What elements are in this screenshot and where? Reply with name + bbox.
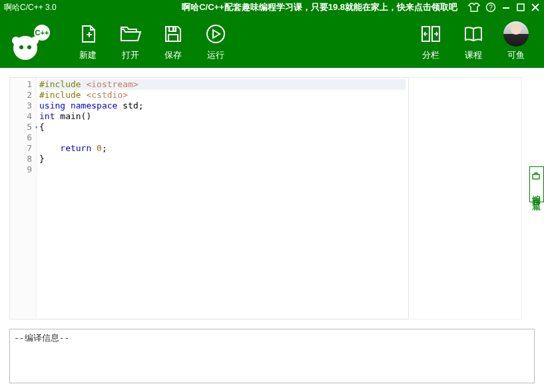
line-number: 5▾ bbox=[11, 122, 32, 132]
toolbox-tab[interactable]: 编程百宝箱 bbox=[529, 166, 544, 202]
line-number: 8 bbox=[11, 154, 32, 164]
user-button[interactable]: 可鱼 bbox=[495, 21, 537, 61]
svg-text:?: ? bbox=[489, 4, 493, 11]
open-folder-icon bbox=[119, 21, 142, 47]
svg-rect-3 bbox=[517, 4, 524, 11]
course-label: 课程 bbox=[465, 49, 482, 61]
toolbox-label: 编程百宝箱 bbox=[531, 188, 541, 198]
code-line[interactable]: #include <cstdio> bbox=[39, 90, 406, 100]
window-controls: ? bbox=[468, 2, 540, 13]
code-line[interactable]: return 0; bbox=[39, 143, 406, 154]
run-button[interactable]: 运行 bbox=[194, 21, 237, 61]
line-number: 9 bbox=[11, 164, 32, 175]
code-line[interactable]: int main() bbox=[39, 111, 406, 122]
code-line[interactable]: using namespace std; bbox=[39, 100, 406, 111]
app-title: 啊哈C/C++ 3.0 bbox=[4, 2, 57, 13]
code-line[interactable] bbox=[39, 132, 406, 143]
toolbar: C++ 新建 打开 保存 运行 分栏 课程 bbox=[0, 15, 544, 68]
open-button[interactable]: 打开 bbox=[109, 21, 152, 61]
main-area: 12345▾6789 #include <iostream>#include <… bbox=[0, 68, 544, 319]
save-icon bbox=[163, 21, 183, 47]
line-number: 7 bbox=[11, 143, 32, 154]
split-button[interactable]: 分栏 bbox=[409, 21, 452, 61]
code-line[interactable]: } bbox=[39, 154, 406, 164]
line-number: 6 bbox=[11, 132, 32, 143]
shirt-icon[interactable] bbox=[468, 2, 480, 13]
code-area[interactable]: #include <iostream>#include <cstdio>usin… bbox=[37, 78, 408, 319]
svg-point-10 bbox=[27, 45, 31, 49]
run-icon bbox=[205, 21, 226, 47]
code-editor[interactable]: 12345▾6789 #include <iostream>#include <… bbox=[9, 77, 409, 319]
promo-link[interactable]: 啊哈C/C++配套趣味编程学习课，只要19.8就能在家上，快来点击领取吧 bbox=[182, 1, 457, 13]
maximize-button[interactable] bbox=[516, 3, 525, 12]
svg-point-12 bbox=[33, 37, 38, 42]
editor-right-panel bbox=[409, 77, 522, 319]
output-panel[interactable]: --编译信息-- bbox=[9, 329, 535, 383]
svg-rect-24 bbox=[533, 174, 539, 179]
code-line[interactable]: { bbox=[39, 122, 406, 132]
line-number: 4 bbox=[11, 111, 32, 122]
svg-rect-19 bbox=[172, 27, 174, 31]
course-button[interactable]: 课程 bbox=[452, 21, 495, 61]
svg-text:C++: C++ bbox=[35, 29, 49, 37]
save-label: 保存 bbox=[164, 49, 182, 61]
line-gutter: 12345▾6789 bbox=[10, 78, 37, 319]
split-icon bbox=[420, 21, 441, 47]
minimize-button[interactable] bbox=[501, 3, 511, 12]
svg-point-13 bbox=[31, 41, 35, 45]
output-text: --编译信息-- bbox=[14, 333, 69, 343]
save-button[interactable]: 保存 bbox=[152, 21, 194, 61]
titlebar: 啊哈C/C++ 3.0 啊哈C/C++配套趣味编程学习课，只要19.8就能在家上… bbox=[0, 0, 544, 15]
svg-point-7 bbox=[12, 37, 20, 45]
open-label: 打开 bbox=[122, 49, 139, 61]
new-label: 新建 bbox=[79, 49, 97, 61]
line-number: 2 bbox=[11, 90, 32, 100]
svg-point-20 bbox=[207, 25, 224, 43]
line-number: 1 bbox=[11, 79, 32, 90]
svg-rect-18 bbox=[168, 35, 178, 41]
svg-point-9 bbox=[19, 45, 23, 49]
close-button[interactable] bbox=[531, 3, 540, 12]
book-icon bbox=[463, 21, 484, 47]
toolbox-icon bbox=[531, 171, 541, 180]
code-line[interactable] bbox=[39, 164, 406, 175]
code-line[interactable]: #include <iostream> bbox=[39, 79, 406, 90]
user-label: 可鱼 bbox=[507, 49, 525, 61]
line-number: 3 bbox=[11, 100, 32, 111]
help-icon[interactable]: ? bbox=[485, 2, 496, 13]
run-label: 运行 bbox=[207, 49, 224, 61]
app-logo: C++ bbox=[7, 18, 53, 65]
new-button[interactable]: 新建 bbox=[67, 21, 109, 61]
avatar bbox=[503, 21, 529, 47]
split-label: 分栏 bbox=[422, 49, 439, 61]
new-file-icon bbox=[77, 21, 99, 47]
